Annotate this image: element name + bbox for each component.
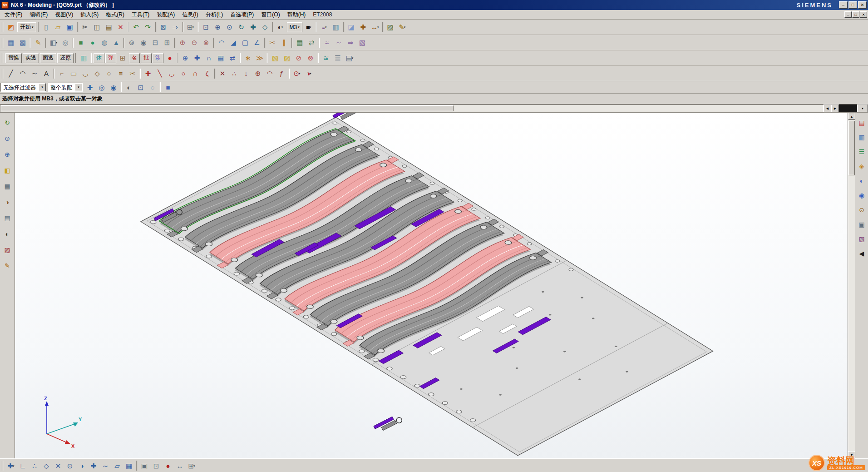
assembly-navigator-icon[interactable]: ▤ [856,117,867,128]
arc-method-icon-dropdown-arrow[interactable]: ▾ [310,72,311,75]
selection-filter-dropdown[interactable]: 无选择过滤器 ▾ [0,83,46,92]
cone-icon[interactable]: ▲ [110,37,122,49]
vertical-scrollbar[interactable]: ▲ ▼ [848,113,855,458]
pattern-feature-icon[interactable]: ▦ [294,37,306,49]
toolbar-grip[interactable] [2,22,3,32]
cut-icon[interactable]: ✂ [79,21,91,33]
arc-icon[interactable]: ◠ [17,68,29,79]
point-icon[interactable]: ✚ [142,68,154,79]
interference-icon[interactable]: ⊗ [305,52,316,64]
menu-format[interactable]: 格式(R) [102,10,128,20]
thicken-icon[interactable]: ▧ [356,37,368,49]
boss-icon[interactable]: ◉ [138,37,149,49]
face-translucent-button[interactable]: 面透 [40,53,56,63]
show-hide-icon[interactable]: ◒▾ [318,21,330,33]
face-paint-icon[interactable]: ▧ [269,52,281,64]
die-plate-group[interactable] [141,117,713,456]
toolbar-grip[interactable] [2,69,3,79]
swept-icon[interactable]: ≈ [321,37,333,49]
color-palette-icon[interactable]: ▨ [2,244,13,255]
web-browser-icon[interactable]: ◉ [856,190,867,201]
graphics-window[interactable]: Z Y X [15,113,848,458]
quick-trim-icon[interactable]: ✂ [127,68,138,79]
undo-icon[interactable]: ↶ [130,21,142,33]
rotate-view-icon[interactable]: ↻ [236,21,247,33]
circle-method-icon[interactable]: ⊙▾ [291,68,303,79]
pocket-icon[interactable]: ⊟ [149,37,161,49]
extrude-icon[interactable]: ◧▾ [48,37,59,49]
ruler-icon[interactable]: ↔ [174,460,186,472]
record-icon[interactable]: ● [162,460,174,472]
quadrant-point-icon[interactable]: ◑ [76,460,88,472]
extrude-icon-dropdown-arrow[interactable]: ▾ [56,41,58,44]
text-curve-icon[interactable]: A [40,68,52,79]
layer-settings-icon[interactable]: ▥ [330,21,342,33]
spline-icon[interactable]: ∼ [29,68,40,79]
replace-button[interactable]: 替换 [5,53,22,63]
clock-icon[interactable]: ◑ [2,197,13,208]
menu-view[interactable]: 视图(V) [51,10,77,20]
intersect-icon[interactable]: ⊗ [200,37,212,49]
snapshot-rail-icon[interactable]: ▦ [2,181,13,192]
restore-button[interactable]: 还原 [57,53,74,63]
close-button[interactable]: ✕ [858,1,867,9]
arc-method-icon[interactable]: ◑▾ [303,68,315,79]
point-on-surface-icon[interactable]: ▱ [111,460,123,472]
perspective-icon[interactable]: ◇ [259,21,271,33]
circle-icon[interactable]: ○ [178,68,189,79]
point-on-curve-icon[interactable]: ∼ [99,460,111,472]
orient-view-icon[interactable]: ◧ [2,165,13,176]
open-icon[interactable]: ▱ [52,21,64,33]
shaded-pick-icon[interactable]: ◐ [123,81,135,93]
new-icon[interactable]: ▯ [40,21,52,33]
redo-icon[interactable]: ↷ [142,21,154,33]
grid-toggle-icon[interactable]: ⊞▾ [186,460,197,472]
intersection-snap-icon[interactable]: ✕ [52,460,64,472]
toolbar-grip[interactable] [2,38,3,48]
offset-curve-icon[interactable]: ≡ [115,68,127,79]
part-navigator-icon[interactable]: ☰ [856,146,867,157]
zoom-in-out-icon[interactable]: ⊕ [212,21,224,33]
toolbar-grip[interactable] [2,461,3,471]
window-layout-icon[interactable]: ⊞▾ [185,21,197,33]
maximize-button[interactable]: □ [848,1,857,9]
menu-help[interactable]: 帮助(H) [284,10,310,20]
wave-link-icon[interactable]: ≋ [320,52,332,64]
helix-icon[interactable]: ζ [201,68,213,79]
paint-brush-icon[interactable]: ✎ [2,260,13,271]
offset-surface-icon[interactable]: ⇒ [345,37,356,49]
profile-icon[interactable]: ⌐ [56,68,68,79]
mid-point-icon[interactable]: ∴ [29,460,40,472]
hd3d-tools-icon[interactable]: ◐ [856,175,867,186]
top-selection-icon[interactable]: ◉ [108,81,119,93]
attributes-icon[interactable]: ☰ [332,52,344,64]
mdi-minimize-button[interactable]: – [844,11,852,18]
revolve-icon[interactable]: ◎ [59,37,71,49]
camera-icon[interactable]: ▣ [138,460,150,472]
roles-icon[interactable]: ▧ [856,234,867,244]
window-layout-icon-dropdown-arrow[interactable]: ▾ [192,25,194,29]
fit-window-icon[interactable]: ⊙ [2,133,13,144]
select-highlight-icon[interactable]: ◎ [96,81,108,93]
grid-display-icon[interactable]: ▦ [5,37,17,49]
hole-icon[interactable]: ⊚ [126,37,138,49]
start-button[interactable]: 开始▾ [17,22,36,32]
constraint-navigator-icon[interactable]: ▥ [856,132,867,143]
reports-icon[interactable]: ▤▾ [344,52,355,64]
shell-icon[interactable]: ▢ [239,37,251,49]
mirror-feature-icon[interactable]: ⇄ [306,37,317,49]
sphere-icon[interactable]: ● [87,37,99,49]
shaded-style-icon-dropdown-arrow[interactable]: ▾ [281,25,283,29]
copy-icon[interactable]: ◫ [91,21,103,33]
move-component-icon[interactable]: ✚ [191,52,203,64]
menu-window[interactable]: 窗口(O) [257,10,283,20]
save-icon[interactable]: ▣ [64,21,76,33]
reuse-library-icon[interactable]: ◈ [856,161,867,172]
shaded-style-icon[interactable]: ◐▾ [275,21,286,33]
toolbar-grip[interactable] [2,53,3,63]
law-curve-icon[interactable]: ƒ [276,68,287,79]
draft-icon[interactable]: ∠ [251,37,263,49]
collapse-rail-icon[interactable]: ◀ [856,248,867,259]
zoom-rail-icon[interactable]: ⊕ [2,149,13,160]
point-set-icon[interactable]: ∴ [228,68,240,79]
